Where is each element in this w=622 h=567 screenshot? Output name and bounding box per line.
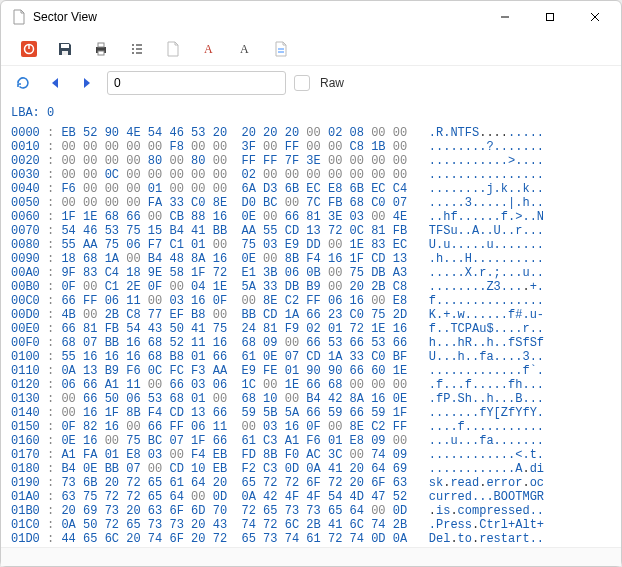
doc2-button[interactable] [263,35,299,63]
lba-label: LBA: 0 [11,106,611,120]
raw-label: Raw [320,76,344,90]
power-button[interactable] [11,35,47,63]
hex-row: 0090 : 18 68 1A 00 B4 48 8A 16 0E 00 8B … [11,252,611,266]
font-a-red-button[interactable]: A [191,35,227,63]
hex-row: 01C0 : 0A 50 72 65 73 73 20 43 74 72 6C … [11,518,611,532]
navbar: Raw [1,66,621,100]
window-title: Sector View [33,10,482,24]
hex-row: 0100 : 55 16 16 16 68 B8 01 66 61 0E 07 … [11,350,611,364]
statusbar [1,547,621,566]
address-input[interactable] [107,71,286,95]
hex-row: 0110 : 0A 13 B9 F6 0C FC F3 AA E9 FE 01 … [11,364,611,378]
toolbar: A A [1,33,621,66]
svg-rect-1 [546,14,553,21]
save-button[interactable] [47,35,83,63]
svg-rect-11 [98,51,104,55]
next-button[interactable] [75,71,99,95]
doc-button[interactable] [155,35,191,63]
hex-row: 01D0 : 44 65 6C 20 74 6F 20 72 65 73 74 … [11,532,611,546]
titlebar: Sector View [1,1,621,33]
hex-row: 0010 : 00 00 00 00 00 F8 00 00 3F 00 FF … [11,140,611,154]
hex-row: 0150 : 0F 82 16 00 66 FF 06 11 00 03 16 … [11,420,611,434]
svg-text:A: A [240,42,249,56]
hex-row: 0180 : B4 0E BB 07 00 CD 10 EB F2 C3 0D … [11,462,611,476]
hex-row: 0000 : EB 52 90 4E 54 46 53 20 20 20 20 … [11,126,611,140]
hex-row: 00A0 : 9F 83 C4 18 9E 58 1F 72 E1 3B 06 … [11,266,611,280]
svg-rect-7 [61,44,69,48]
hex-row: 00E0 : 66 81 FB 54 43 50 41 75 24 81 F9 … [11,322,611,336]
list-button[interactable] [119,35,155,63]
hex-row: 00C0 : 66 FF 06 11 00 03 16 0F 00 8E C2 … [11,294,611,308]
hex-row: 0190 : 73 6B 20 72 65 61 64 20 65 72 72 … [11,476,611,490]
raw-checkbox[interactable] [294,75,310,91]
hex-dump: 0000 : EB 52 90 4E 54 46 53 20 20 20 20 … [11,126,611,547]
hex-row: 0040 : F6 00 00 00 01 00 00 00 6A D3 6B … [11,182,611,196]
window-controls [482,2,617,32]
hex-row: 01B0 : 20 69 73 20 63 6F 6D 70 72 65 73 … [11,504,611,518]
close-button[interactable] [572,2,617,32]
refresh-button[interactable] [11,71,35,95]
hex-row: 00F0 : 68 07 BB 16 68 52 11 16 68 09 00 … [11,336,611,350]
hex-row: 0020 : 00 00 00 00 80 00 80 00 FF FF 7F … [11,154,611,168]
hex-row: 00D0 : 4B 00 2B C8 77 EF B8 00 BB CD 1A … [11,308,611,322]
hex-row: 0060 : 1F 1E 68 66 00 CB 88 16 0E 00 66 … [11,210,611,224]
minimize-button[interactable] [482,2,527,32]
svg-rect-8 [62,51,68,55]
hex-row: 0120 : 06 66 A1 11 00 66 03 06 1C 00 1E … [11,378,611,392]
hex-row: 01A0 : 63 75 72 72 65 64 00 0D 0A 42 4F … [11,490,611,504]
hex-row: 0140 : 00 16 1F 8B F4 CD 13 66 59 5B 5A … [11,406,611,420]
hex-row: 0070 : 54 46 53 75 15 B4 41 BB AA 55 CD … [11,224,611,238]
hex-row: 0080 : 55 AA 75 06 F7 C1 01 00 75 03 E9 … [11,238,611,252]
maximize-button[interactable] [527,2,572,32]
hex-row: 0030 : 00 00 0C 00 00 00 00 00 02 00 00 … [11,168,611,182]
hex-row: 0130 : 00 66 50 06 53 68 01 00 68 10 00 … [11,392,611,406]
hex-row: 0160 : 0E 16 00 75 BC 07 1F 66 61 C3 A1 … [11,434,611,448]
hex-row: 00B0 : 0F 00 C1 2E 0F 00 04 1E 5A 33 DB … [11,280,611,294]
hex-row: 0170 : A1 FA 01 E8 03 00 F4 EB FD 8B F0 … [11,448,611,462]
print-button[interactable] [83,35,119,63]
svg-text:A: A [204,42,213,56]
font-a-button[interactable]: A [227,35,263,63]
app-window: Sector View A A Raw LBA: 0 0000 : EB 52 … [0,0,622,567]
app-doc-icon [11,9,27,25]
prev-button[interactable] [43,71,67,95]
hex-row: 0050 : 00 00 00 00 FA 33 C0 8E D0 BC 00 … [11,196,611,210]
hex-content[interactable]: LBA: 0 0000 : EB 52 90 4E 54 46 53 20 20… [1,100,621,547]
svg-rect-10 [98,43,104,47]
